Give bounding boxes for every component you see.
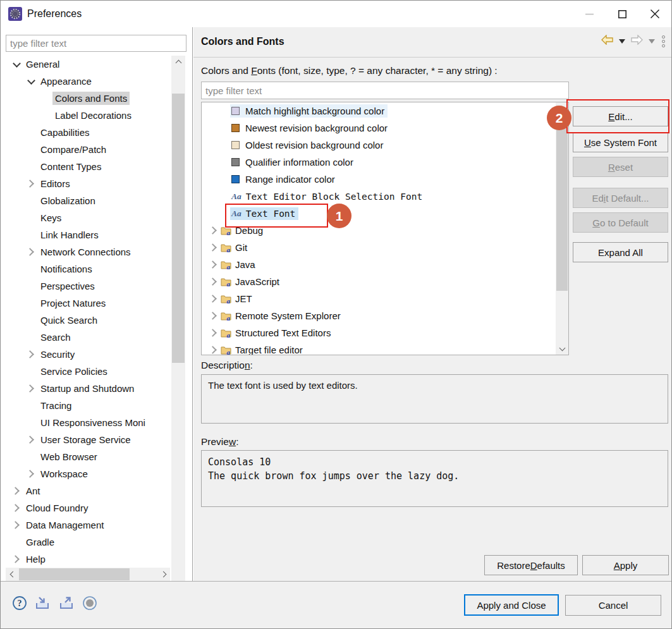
sidebar-item-security[interactable]: Security (1, 346, 171, 363)
list-item-jet[interactable]: aJET (202, 290, 568, 307)
scrollbar-thumb[interactable] (19, 568, 130, 580)
sidebar-item-project-natures[interactable]: Project Natures (1, 295, 171, 312)
list-item-java[interactable]: aJava (202, 256, 568, 273)
list-item-text-editor-block-selection-font[interactable]: AaText Editor Block Selection Font (202, 188, 568, 205)
sidebar-item-label-decorations[interactable]: Label Decorations (1, 107, 171, 124)
list-item-javascript[interactable]: aJavaScript (202, 273, 568, 290)
chevron-right-icon[interactable] (9, 518, 23, 532)
scroll-left-icon[interactable] (6, 568, 18, 581)
view-menu-dots-icon[interactable] (661, 35, 666, 47)
list-item-range-indicator-color[interactable]: Range indicator color (202, 171, 568, 188)
list-item-label: JavaScript (235, 276, 279, 287)
sidebar-item-user-storage-service[interactable]: User Storage Service (1, 431, 171, 448)
sidebar-item-editors[interactable]: Editors (1, 175, 171, 192)
sidebar-item-ant[interactable]: Ant (1, 482, 171, 499)
sidebar-item-startup-and-shutdown[interactable]: Startup and Shutdown (1, 380, 171, 397)
chevron-right-icon[interactable] (207, 224, 221, 238)
list-item-newest-revision-background-color[interactable]: Newest revision background color (202, 119, 568, 137)
chevron-right-icon[interactable] (24, 177, 38, 191)
export-icon[interactable] (58, 596, 75, 613)
go-to-default-button[interactable]: Go to Default (573, 212, 668, 233)
list-item-qualifier-information-color[interactable]: Qualifier information color (202, 154, 568, 171)
chevron-right-icon[interactable] (24, 382, 38, 396)
close-button[interactable] (638, 1, 671, 27)
sidebar-item-label: Appearance (38, 75, 94, 88)
record-icon[interactable] (82, 595, 97, 613)
scrollbar-thumb[interactable] (556, 115, 568, 291)
forward-arrow-icon[interactable] (631, 35, 643, 47)
list-item-structured-text-editors[interactable]: aStructured Text Editors (202, 324, 568, 341)
scroll-down-icon[interactable] (556, 343, 568, 355)
chevron-right-icon[interactable] (24, 467, 38, 481)
back-history-dropdown-icon[interactable] (619, 39, 625, 44)
chevron-right-icon[interactable] (24, 245, 38, 259)
sidebar-item-general[interactable]: General (1, 56, 171, 73)
list-filter-input[interactable] (201, 82, 569, 99)
sidebar-item-workspace[interactable]: Workspace (1, 465, 171, 482)
sidebar-item-perspectives[interactable]: Perspectives (1, 278, 171, 295)
sidebar-item-colors-and-fonts[interactable]: Colors and Fonts (1, 90, 171, 107)
edit-default-button[interactable]: Edit Default... (573, 188, 668, 208)
sidebar-item-keys[interactable]: Keys (1, 209, 171, 226)
cancel-button[interactable]: Cancel (565, 595, 661, 616)
list-item-remote-system-explorer[interactable]: aRemote System Explorer (202, 307, 568, 324)
page-title: Colors and Fonts (201, 36, 284, 47)
restore-defaults-button[interactable]: Restore Defaults (484, 555, 578, 575)
expand-all-button[interactable]: Expand All (573, 242, 668, 262)
chevron-right-icon[interactable] (207, 241, 221, 255)
scroll-right-icon[interactable] (158, 568, 170, 581)
chevron-right-icon[interactable] (9, 501, 23, 515)
sidebar-item-data-management[interactable]: Data Management (1, 516, 171, 534)
scroll-up-icon[interactable] (171, 56, 185, 68)
use-system-font-button[interactable]: Use System Font (573, 132, 668, 152)
sidebar-item-search[interactable]: Search (1, 329, 171, 346)
sidebar-item-content-types[interactable]: Content Types (1, 158, 171, 175)
chevron-right-icon[interactable] (207, 309, 221, 323)
back-arrow-icon[interactable] (601, 35, 613, 47)
chevron-right-icon[interactable] (207, 275, 221, 289)
list-item-git[interactable]: aGit (202, 239, 568, 256)
sidebar-item-cloud-foundry[interactable]: Cloud Foundry (1, 499, 171, 516)
list-vertical-scrollbar[interactable] (556, 102, 568, 355)
scrollbar-thumb[interactable] (172, 94, 185, 363)
sidebar-item-link-handlers[interactable]: Link Handlers (1, 226, 171, 243)
minimize-button[interactable] (573, 1, 606, 27)
chevron-right-icon[interactable] (24, 348, 38, 362)
sidebar-item-network-connections[interactable]: Network Connections (1, 243, 171, 260)
apply-button[interactable]: Apply (582, 555, 669, 575)
sidebar-filter-input[interactable] (6, 35, 186, 52)
sidebar-item-web-browser[interactable]: Web Browser (1, 448, 171, 465)
apply-and-close-button[interactable]: Apply and Close (464, 594, 559, 616)
chevron-right-icon[interactable] (207, 326, 221, 340)
sidebar-item-compare-patch[interactable]: Compare/Patch (1, 141, 171, 158)
sidebar-item-capabilities[interactable]: Capabilities (1, 124, 171, 141)
sidebar-item-quick-search[interactable]: Quick Search (1, 312, 171, 329)
chevron-down-icon[interactable] (24, 75, 38, 89)
maximize-button[interactable] (606, 1, 638, 27)
import-icon[interactable] (34, 596, 51, 613)
list-item-target-file-editor[interactable]: aTarget file editor (202, 341, 568, 355)
list-item-oldest-revision-background-color[interactable]: Oldest revision background color (202, 137, 568, 154)
sidebar-horizontal-scrollbar[interactable] (6, 568, 170, 581)
title-bar: Preferences (1, 1, 671, 27)
sidebar-item-tracing[interactable]: Tracing (1, 397, 171, 414)
chevron-right-icon[interactable] (207, 292, 221, 306)
chevron-right-icon[interactable] (9, 484, 23, 498)
sidebar-item-notifications[interactable]: Notifications (1, 260, 171, 278)
chevron-right-icon[interactable] (24, 433, 38, 447)
sidebar-item-ui-responsiveness-moni[interactable]: UI Responsiveness Moni (1, 414, 171, 431)
sidebar-item-gradle[interactable]: Gradle (1, 534, 171, 551)
sidebar-item-service-policies[interactable]: Service Policies (1, 363, 171, 380)
sidebar-vertical-scrollbar[interactable] (171, 56, 185, 594)
sidebar-item-help[interactable]: Help (1, 551, 171, 568)
forward-history-dropdown-icon[interactable] (649, 39, 655, 44)
reset-button[interactable]: Reset (573, 157, 668, 177)
chevron-down-icon[interactable] (9, 58, 23, 71)
help-icon[interactable]: ? (12, 595, 27, 613)
sidebar-item-appearance[interactable]: Appearance (1, 73, 171, 90)
chevron-right-icon[interactable] (207, 343, 221, 356)
sidebar-item-globalization[interactable]: Globalization (1, 192, 171, 209)
chevron-right-icon[interactable] (9, 553, 23, 566)
list-item-match-highlight-background-color[interactable]: Match highlight background color (202, 102, 568, 119)
chevron-right-icon[interactable] (207, 258, 221, 272)
